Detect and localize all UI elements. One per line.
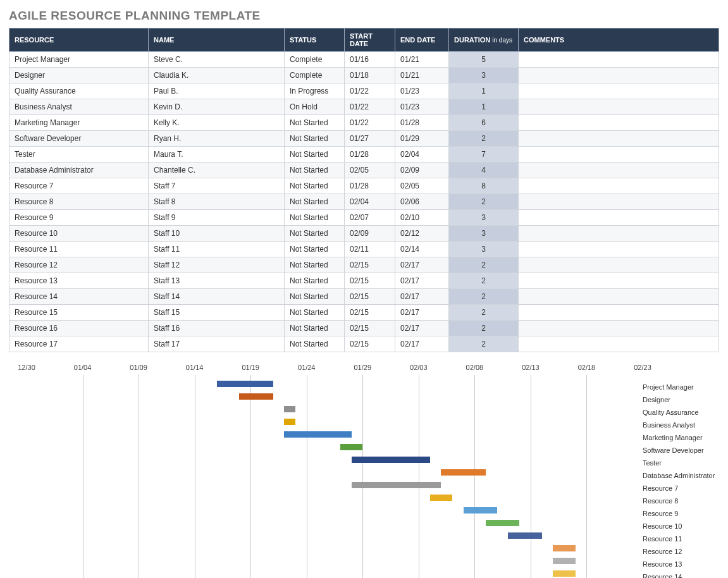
table-row[interactable]: Resource 13Staff 13Not Started02/1502/17… (9, 273, 719, 289)
cell-start[interactable]: 02/15 (345, 336, 395, 352)
header-status[interactable]: STATUS (285, 28, 345, 52)
table-row[interactable]: Quality AssurancePaul B.In Progress01/22… (9, 83, 719, 99)
cell-status[interactable]: Complete (285, 52, 345, 68)
table-row[interactable]: Resource 15Staff 15Not Started02/1502/17… (9, 305, 719, 321)
header-comments[interactable]: COMMENTS (519, 28, 719, 52)
cell-start[interactable]: 01/22 (345, 99, 395, 115)
cell-name[interactable]: Staff 17 (149, 336, 285, 352)
cell-duration[interactable]: 3 (449, 68, 519, 83)
table-row[interactable]: Resource 8Staff 8Not Started02/0402/062 (9, 194, 719, 210)
table-row[interactable]: Marketing ManagerKelly K.Not Started01/2… (9, 115, 719, 131)
header-resource[interactable]: RESOURCE (9, 28, 149, 52)
cell-comments[interactable] (519, 194, 719, 210)
cell-name[interactable]: Staff 8 (149, 194, 285, 210)
cell-start[interactable]: 02/15 (345, 305, 395, 321)
cell-resource[interactable]: Resource 12 (9, 257, 149, 273)
cell-end[interactable]: 01/21 (395, 68, 449, 83)
cell-start[interactable]: 01/16 (345, 52, 395, 68)
cell-start[interactable]: 02/15 (345, 321, 395, 336)
cell-end[interactable]: 01/23 (395, 83, 449, 99)
cell-status[interactable]: Not Started (285, 210, 345, 226)
table-row[interactable]: Resource 10Staff 10Not Started02/0902/12… (9, 226, 719, 242)
cell-comments[interactable] (519, 289, 719, 305)
cell-resource[interactable]: Resource 10 (9, 226, 149, 242)
cell-comments[interactable] (519, 147, 719, 163)
cell-start[interactable]: 01/18 (345, 68, 395, 83)
cell-duration[interactable]: 4 (449, 163, 519, 178)
cell-status[interactable]: Not Started (285, 178, 345, 194)
cell-resource[interactable]: Quality Assurance (9, 83, 149, 99)
cell-name[interactable]: Staff 13 (149, 273, 285, 289)
cell-resource[interactable]: Resource 14 (9, 289, 149, 305)
cell-comments[interactable] (519, 257, 719, 273)
cell-duration[interactable]: 2 (449, 336, 519, 352)
cell-status[interactable]: On Hold (285, 99, 345, 115)
cell-resource[interactable]: Resource 9 (9, 210, 149, 226)
table-row[interactable]: Project ManagerSteve C.Complete01/1601/2… (9, 52, 719, 68)
cell-start[interactable]: 01/28 (345, 147, 395, 163)
table-row[interactable]: Resource 17Staff 17Not Started02/1502/17… (9, 336, 719, 352)
cell-duration[interactable]: 2 (449, 289, 519, 305)
cell-name[interactable]: Ryan H. (149, 131, 285, 147)
cell-duration[interactable]: 5 (449, 52, 519, 68)
cell-end[interactable]: 02/05 (395, 178, 449, 194)
cell-status[interactable]: Not Started (285, 257, 345, 273)
cell-duration[interactable]: 2 (449, 273, 519, 289)
cell-duration[interactable]: 3 (449, 210, 519, 226)
cell-start[interactable]: 02/11 (345, 242, 395, 257)
cell-start[interactable]: 01/22 (345, 115, 395, 131)
cell-duration[interactable]: 7 (449, 147, 519, 163)
cell-duration[interactable]: 8 (449, 178, 519, 194)
header-duration[interactable]: DURATION in days (449, 28, 519, 52)
cell-start[interactable]: 02/04 (345, 194, 395, 210)
cell-status[interactable]: Not Started (285, 321, 345, 336)
cell-resource[interactable]: Database Administrator (9, 163, 149, 178)
cell-start[interactable]: 02/05 (345, 163, 395, 178)
table-row[interactable]: Resource 12Staff 12Not Started02/1502/17… (9, 257, 719, 273)
cell-start[interactable]: 01/27 (345, 131, 395, 147)
cell-comments[interactable] (519, 273, 719, 289)
cell-resource[interactable]: Business Analyst (9, 99, 149, 115)
cell-end[interactable]: 02/09 (395, 163, 449, 178)
cell-status[interactable]: Not Started (285, 289, 345, 305)
cell-duration[interactable]: 3 (449, 242, 519, 257)
cell-start[interactable]: 01/22 (345, 83, 395, 99)
cell-resource[interactable]: Software Developer (9, 131, 149, 147)
cell-status[interactable]: Not Started (285, 305, 345, 321)
table-row[interactable]: Software DeveloperRyan H.Not Started01/2… (9, 131, 719, 147)
cell-end[interactable]: 02/12 (395, 226, 449, 242)
cell-end[interactable]: 02/17 (395, 305, 449, 321)
table-row[interactable]: Resource 16Staff 16Not Started02/1502/17… (9, 321, 719, 336)
cell-status[interactable]: Not Started (285, 115, 345, 131)
cell-resource[interactable]: Resource 7 (9, 178, 149, 194)
table-row[interactable]: Resource 14Staff 14Not Started02/1502/17… (9, 289, 719, 305)
cell-name[interactable]: Staff 16 (149, 321, 285, 336)
cell-start[interactable]: 02/15 (345, 273, 395, 289)
cell-name[interactable]: Maura T. (149, 147, 285, 163)
table-row[interactable]: Resource 11Staff 11Not Started02/1102/14… (9, 242, 719, 257)
cell-name[interactable]: Staff 11 (149, 242, 285, 257)
cell-duration[interactable]: 2 (449, 305, 519, 321)
cell-duration[interactable]: 2 (449, 257, 519, 273)
cell-end[interactable]: 02/17 (395, 257, 449, 273)
cell-duration[interactable]: 6 (449, 115, 519, 131)
cell-comments[interactable] (519, 226, 719, 242)
cell-name[interactable]: Staff 12 (149, 257, 285, 273)
cell-resource[interactable]: Resource 17 (9, 336, 149, 352)
header-start[interactable]: START DATE (345, 28, 395, 52)
cell-status[interactable]: Not Started (285, 242, 345, 257)
cell-duration[interactable]: 2 (449, 321, 519, 336)
cell-end[interactable]: 01/29 (395, 131, 449, 147)
cell-name[interactable]: Staff 10 (149, 226, 285, 242)
cell-comments[interactable] (519, 242, 719, 257)
table-row[interactable]: Resource 9Staff 9Not Started02/0702/103 (9, 210, 719, 226)
cell-comments[interactable] (519, 115, 719, 131)
cell-end[interactable]: 02/17 (395, 273, 449, 289)
cell-status[interactable]: Not Started (285, 147, 345, 163)
header-end[interactable]: END DATE (395, 28, 449, 52)
cell-end[interactable]: 02/06 (395, 194, 449, 210)
cell-comments[interactable] (519, 52, 719, 68)
cell-comments[interactable] (519, 305, 719, 321)
cell-resource[interactable]: Resource 16 (9, 321, 149, 336)
cell-name[interactable]: Staff 14 (149, 289, 285, 305)
